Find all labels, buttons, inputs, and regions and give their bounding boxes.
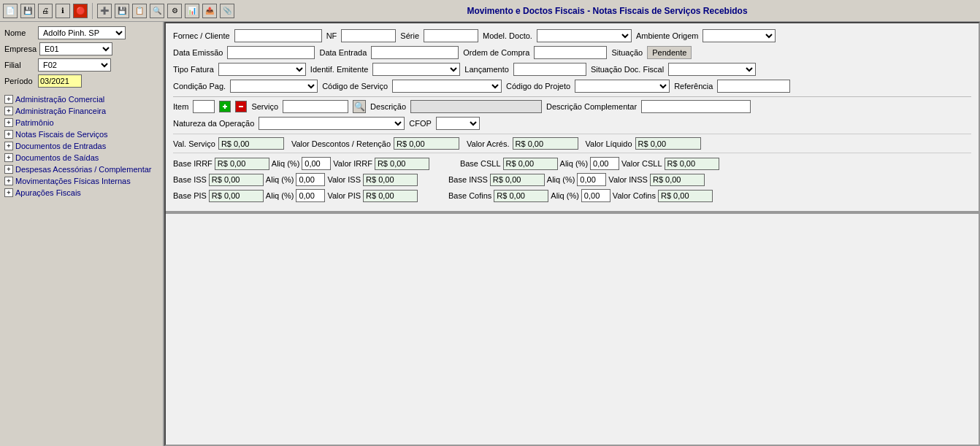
servico-input[interactable] — [283, 100, 348, 113]
valor-descontos-input[interactable] — [394, 137, 459, 150]
main-layout: Nome Adolfo Pinh. SP Empresa E01 Filial … — [0, 22, 980, 446]
condicao-pag-label: Condição Pag. — [173, 82, 226, 91]
sidebar-item-administracao-financeira[interactable]: + Administração Financeira — [4, 105, 158, 117]
valor-descontos-label: Valor Descontos / Retenção — [291, 139, 391, 148]
referencia-input[interactable] — [717, 80, 790, 93]
descricao-complementar-label: Descrição Complementar — [546, 102, 637, 111]
toolbar-icon-8[interactable]: 📋 — [132, 4, 147, 18]
toolbar-icon-3[interactable]: 🖨 — [38, 4, 53, 18]
toolbar-icon-5[interactable]: 🔴 — [73, 4, 88, 18]
aliq-inss-input[interactable] — [577, 173, 606, 186]
item-btn-add[interactable] — [219, 101, 231, 112]
valor-iss-label: Valor ISS — [327, 175, 361, 184]
fornec-cliente-input[interactable] — [234, 29, 322, 42]
separator-1 — [92, 3, 93, 19]
valor-iss-input[interactable] — [363, 174, 418, 186]
data-entrada-input[interactable] — [371, 46, 459, 59]
val-servico-input[interactable] — [218, 137, 284, 150]
item-btn-remove[interactable] — [235, 101, 247, 112]
valor-cofins-label: Valor Cofins — [613, 191, 656, 200]
codigo-projeto-select[interactable] — [575, 80, 670, 93]
base-irrf-input[interactable] — [215, 158, 269, 170]
identif-emitente-select[interactable] — [372, 63, 460, 76]
val-servico-label: Val. Serviço — [173, 139, 215, 148]
aliq-csll-input[interactable] — [590, 157, 619, 170]
toolbar-icon-11[interactable]: 📊 — [185, 4, 199, 18]
aliq-pis-input[interactable] — [296, 189, 325, 202]
codigo-servico-label: Código de Serviço — [322, 82, 388, 91]
sidebar-item-patrimonio[interactable]: + Patrimônio — [4, 117, 158, 128]
toolbar-icon-1[interactable]: 📄 — [3, 4, 18, 18]
situacao-doc-fiscal-select[interactable] — [668, 63, 756, 76]
lancamento-input[interactable] — [513, 63, 586, 76]
data-emissao-input[interactable] — [227, 46, 315, 59]
nav-label: Administração Financeira — [15, 107, 106, 115]
base-pis-input[interactable] — [209, 190, 264, 202]
situacao-doc-fiscal-label: Situação Doc. Fiscal — [591, 65, 664, 74]
iss-group: Base ISS Aliq (%) Valor ISS — [173, 173, 418, 186]
valor-inss-input[interactable] — [650, 174, 705, 186]
lancamento-label: Lançamento — [464, 65, 509, 74]
aliq-cofins-input[interactable] — [581, 189, 610, 202]
toolbar-icon-7[interactable]: 💾 — [115, 4, 129, 18]
condicao-pag-select[interactable] — [230, 80, 318, 93]
nf-input[interactable] — [341, 29, 396, 42]
base-inss-input[interactable] — [490, 174, 545, 186]
valor-pis-input[interactable] — [363, 190, 418, 202]
form-row-6: Natureza da Operação CFOP — [173, 117, 971, 130]
toolbar-icon-2[interactable]: 💾 — [20, 4, 35, 18]
sidebar-item-documentos-saidas[interactable]: + Documentos de Saídas — [4, 152, 158, 164]
svg-rect-1 — [224, 104, 226, 109]
irrf-group: Base IRRF Aliq (%) Valor IRRF — [173, 157, 429, 170]
sidebar-item-notas-fiscais-servicos[interactable]: + Notas Fiscais de Serviços — [4, 128, 158, 140]
tipo-fatura-select[interactable] — [218, 63, 306, 76]
nav-label: Patrimônio — [15, 118, 54, 127]
tax-row-1: Base IRRF Aliq (%) Valor IRRF Base CSLL … — [173, 157, 971, 170]
toolbar-icon-13[interactable]: 📎 — [220, 4, 234, 18]
base-cofins-input[interactable] — [494, 190, 548, 202]
sidebar-item-despesas-acessorias[interactable]: + Despesas Acessórias / Complementar — [4, 164, 158, 175]
referencia-label: Referência — [674, 82, 713, 91]
model-docto-select[interactable] — [537, 29, 632, 42]
toolbar-icon-10[interactable]: ⚙ — [167, 4, 182, 18]
valor-liquido-input[interactable] — [635, 137, 701, 150]
nav-label: Documentos de Saídas — [15, 153, 99, 162]
periodo-input[interactable] — [38, 74, 82, 88]
nome-select[interactable]: Adolfo Pinh. SP — [38, 26, 126, 39]
valor-acres-input[interactable] — [513, 137, 578, 150]
descricao-input[interactable] — [410, 100, 542, 113]
sidebar-item-documentos-entradas[interactable]: + Documentos de Entradas — [4, 140, 158, 152]
natureza-operacao-select[interactable] — [259, 117, 405, 130]
servico-search-btn[interactable]: 🔍 — [353, 100, 366, 113]
sidebar-item-movimentacoes[interactable]: + Movimentações Físicas Internas — [4, 175, 158, 187]
aliq-irrf-input[interactable] — [302, 157, 331, 170]
ordem-compra-input[interactable] — [534, 46, 607, 59]
toolbar-icon-9[interactable]: 🔍 — [150, 4, 164, 18]
cfop-select[interactable] — [436, 117, 480, 130]
codigo-servico-select[interactable] — [392, 80, 502, 93]
base-iss-input[interactable] — [209, 174, 264, 186]
valor-csll-input[interactable] — [665, 158, 719, 170]
empresa-select[interactable]: E01 — [39, 42, 112, 55]
valor-cofins-input[interactable] — [658, 190, 713, 202]
descricao-complementar-input[interactable] — [641, 100, 751, 113]
valor-irrf-input[interactable] — [375, 158, 429, 170]
filial-select[interactable]: F02 — [38, 58, 111, 72]
toolbar-icon-6[interactable]: ➕ — [97, 4, 112, 18]
sidebar-item-administracao-comercial[interactable]: + Administração Comercial — [4, 93, 158, 105]
ambiente-origem-select[interactable] — [703, 29, 776, 42]
valor-acres-label: Valor Acrés. — [467, 139, 510, 148]
aliq-iss-input[interactable] — [296, 173, 325, 186]
empresa-label: Empresa — [4, 45, 37, 53]
valor-pis-label: Valor PIS — [327, 191, 361, 200]
toolbar-icon-12[interactable]: 📤 — [202, 4, 217, 18]
toolbar-icon-4[interactable]: ℹ — [55, 4, 70, 18]
expand-icon: + — [4, 107, 13, 115]
serie-input[interactable] — [424, 29, 478, 42]
serie-label: Série — [400, 31, 419, 40]
sidebar-item-apuracoes-fiscais[interactable]: + Apurações Fiscais — [4, 187, 158, 199]
svg-rect-2 — [239, 106, 243, 107]
item-input[interactable] — [193, 100, 215, 113]
periodo-label: Período — [4, 77, 35, 85]
base-csll-input[interactable] — [503, 158, 558, 170]
